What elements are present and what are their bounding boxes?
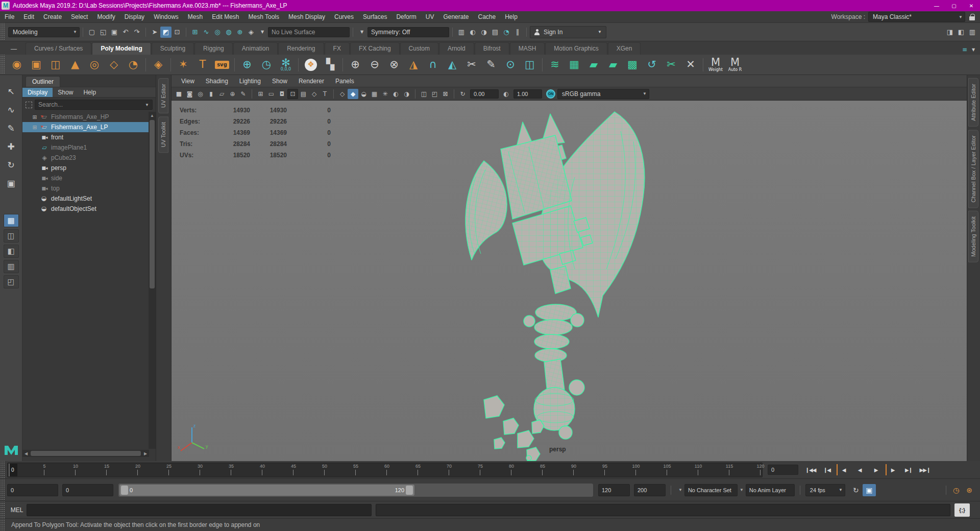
viewport-menu-lighting[interactable]: Lighting	[234, 78, 266, 85]
character-set-field[interactable]: No Character Set	[684, 484, 738, 496]
scroll-left-icon[interactable]: ◀	[22, 451, 30, 456]
extrude-icon[interactable]: ◭	[443, 56, 462, 74]
open-scene-icon[interactable]: ◱	[97, 27, 109, 38]
poly-disc-icon[interactable]: ◔	[124, 56, 143, 74]
search-input[interactable]: Search... ▼	[35, 100, 153, 110]
step-back-key-button[interactable]: ◀	[837, 464, 850, 475]
mirror-icon[interactable]: ◫	[520, 56, 540, 74]
close-icon[interactable]: ✕	[963, 0, 980, 11]
bridge-icon[interactable]: ∩	[423, 56, 443, 74]
set-current-time-icon[interactable]: ◷	[257, 56, 276, 74]
shelf-editor-gear-icon[interactable]: ≡	[960, 46, 970, 53]
menu-edit[interactable]: Edit	[19, 13, 39, 20]
menu-set-dropdown[interactable]: Modeling ▼	[8, 27, 80, 37]
panel-tab-modeling-toolkit[interactable]: Modeling Toolkit	[968, 211, 978, 262]
uv-editor-shelf-icon[interactable]: ▦	[565, 56, 584, 74]
auto-projection-icon[interactable]: ▰	[603, 56, 623, 74]
sidebar-tool-settings-toggle-icon[interactable]: ◧	[955, 27, 967, 38]
gate-mask-icon[interactable]: ⊡	[287, 89, 298, 99]
make-live-icon[interactable]: ◈	[246, 27, 257, 38]
animation-clock-icon[interactable]: ◷	[949, 484, 963, 496]
mel-label[interactable]: MEL	[7, 506, 27, 514]
symmetry-field[interactable]: Symmetry: Off	[368, 27, 449, 37]
go-to-start-button[interactable]: ❙◀◀	[804, 464, 817, 475]
lasso-tool[interactable]: ∿	[4, 102, 19, 117]
poly-plane-icon[interactable]: ◇	[104, 56, 124, 74]
planar-projection-icon[interactable]: ▰	[584, 56, 603, 74]
step-forward-frame-button[interactable]: ▶❙	[902, 464, 915, 475]
play-forwards-button[interactable]: ▶	[869, 464, 883, 475]
outliner-item-fishermans_axe_hp[interactable]: ⊞▱Fishermans_Axe_HP	[22, 112, 149, 122]
light-toggle-icon[interactable]: ◔	[501, 27, 512, 38]
bookmark-icon[interactable]: ▮	[206, 89, 216, 99]
outliner-item-persp[interactable]: ■◂persp	[22, 163, 149, 173]
super-ellipse-icon[interactable]: ✶	[174, 56, 193, 74]
scroll-up-icon[interactable]: ▲	[149, 112, 156, 119]
mash-auto-rig-icon[interactable]: MAuto R	[725, 56, 745, 74]
viewport-menu-panels[interactable]: Panels	[330, 78, 360, 85]
render-current-frame-icon[interactable]: ◐	[467, 27, 478, 38]
mel-output[interactable]	[376, 504, 950, 516]
panel-tab-attribute-editor[interactable]: Attribute Editor	[968, 78, 978, 127]
grid-toggle-icon[interactable]: ⊞	[255, 89, 266, 99]
shelf-tab-fx-caching[interactable]: FX Caching	[350, 42, 400, 55]
camera-attributes-icon[interactable]: ◎	[195, 89, 206, 99]
boolean-difference-icon[interactable]: ⊖	[365, 56, 384, 74]
time-ruler[interactable]: 0510152025303540455055606570758085909510…	[7, 463, 763, 477]
render-view-icon[interactable]: ▥	[456, 27, 467, 38]
svg-tool-icon[interactable]: svg	[212, 56, 232, 74]
shelf-tab-arnold[interactable]: Arnold	[439, 42, 474, 55]
scrollbar-thumb[interactable]	[150, 120, 155, 288]
combine-icon[interactable]: ❖	[301, 56, 321, 74]
type-tool-icon[interactable]: T	[193, 56, 212, 74]
exposure-toggle-icon[interactable]: ↻	[457, 89, 468, 99]
separate-icon[interactable]: ▚	[321, 56, 340, 74]
help-line-grip[interactable]	[0, 519, 5, 531]
reset-transform-icon[interactable]: ✻0,0,0	[276, 56, 296, 74]
expand-icon[interactable]: ⊞	[32, 124, 38, 130]
step-back-frame-button[interactable]: ❙◀	[820, 464, 834, 475]
current-frame-field[interactable]: 0	[768, 465, 798, 475]
textured-mode-icon[interactable]: ◒	[358, 89, 369, 99]
time-slider-grip[interactable]	[0, 461, 5, 478]
outliner-item-front[interactable]: ■◂front	[22, 132, 149, 142]
sign-in-button[interactable]: Sign In ▼	[530, 26, 606, 38]
shadows-toggle-icon[interactable]: ◐	[390, 89, 401, 99]
chevron-down-icon[interactable]: ▼	[257, 27, 268, 38]
target-weld-icon[interactable]: ⊙	[501, 56, 520, 74]
command-line-grip[interactable]	[0, 501, 5, 518]
mel-input[interactable]	[27, 504, 372, 516]
shelf-tab-motion-graphics[interactable]: Motion Graphics	[545, 42, 607, 55]
maximize-icon[interactable]: ▢	[945, 0, 963, 11]
menu-mesh[interactable]: Mesh	[183, 13, 207, 20]
poly-cube-icon[interactable]: ▣	[27, 56, 46, 74]
playback-end-field[interactable]: 120	[598, 484, 630, 496]
platonic-solid-icon[interactable]: ◈	[149, 56, 168, 74]
sidebar-channel-box-toggle-icon[interactable]: ▥	[967, 27, 978, 38]
ipr-render-icon[interactable]: ◑	[478, 27, 489, 38]
menu-surfaces[interactable]: Surfaces	[358, 13, 391, 20]
outliner-item-defaultobjectset[interactable]: ◑defaultObjectSet	[22, 204, 149, 214]
auto-keyframe-icon[interactable]: ▣	[863, 484, 876, 496]
menu-display[interactable]: Display	[120, 13, 149, 20]
workspace-dropdown[interactable]: Maya Classic* ▼	[868, 12, 965, 22]
boolean-union-icon[interactable]: ⊕	[346, 56, 365, 74]
rotate-tool[interactable]: ↻	[4, 157, 19, 173]
snap-projected-icon[interactable]: ◍	[223, 27, 234, 38]
2d-pan-zoom-icon[interactable]: ⊕	[227, 89, 238, 99]
wireframe-mode-icon[interactable]: ◇	[337, 89, 348, 99]
go-to-end-button[interactable]: ▶▶❙	[918, 464, 932, 475]
step-forward-key-button[interactable]: ▶	[886, 464, 899, 475]
range-slider-grip[interactable]	[0, 479, 5, 501]
range-slider-track[interactable]: 0 120	[118, 484, 593, 497]
construction-aid-icon[interactable]: ⊕	[237, 56, 257, 74]
viewport-menu-renderer[interactable]: Renderer	[293, 78, 330, 85]
select-component-icon[interactable]: ⊡	[172, 27, 183, 38]
shelf-tab-rendering[interactable]: Rendering	[278, 42, 324, 55]
isolate-select-icon[interactable]: ◫	[419, 89, 429, 99]
bevel-icon[interactable]: ◮	[404, 56, 423, 74]
expand-icon[interactable]: ⊞	[32, 114, 38, 120]
shelf-tab-rigging[interactable]: Rigging	[194, 42, 233, 55]
smooth-icon[interactable]: ≋	[545, 56, 565, 74]
scrollbar-thumb[interactable]	[31, 451, 141, 456]
